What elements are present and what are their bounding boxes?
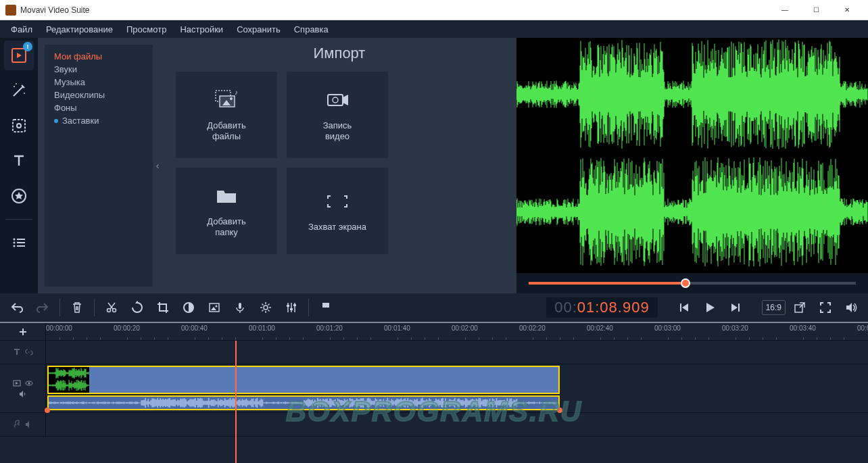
speaker-small-icon xyxy=(24,420,34,429)
video-track[interactable] xyxy=(46,364,868,412)
svg-point-25 xyxy=(113,309,116,312)
sidebar-item-my-files[interactable]: Мои файлы xyxy=(45,50,153,63)
svg-point-4 xyxy=(16,83,17,84)
svg-marker-29 xyxy=(211,307,216,310)
prev-button[interactable] xyxy=(673,296,696,319)
svg-point-6 xyxy=(17,124,21,128)
svg-marker-21 xyxy=(343,95,348,105)
import-title: Импорт xyxy=(176,45,503,62)
minimize-button[interactable]: — xyxy=(769,0,800,20)
text-track[interactable] xyxy=(46,341,868,364)
sidebar-item-sounds[interactable]: Звуки xyxy=(45,63,153,76)
sidebar-item-videoclips[interactable]: Видеоклипы xyxy=(45,89,153,101)
sidebar-item-backgrounds[interactable]: Фоны xyxy=(45,101,153,114)
svg-marker-26 xyxy=(135,301,139,303)
image-button[interactable] xyxy=(203,296,226,319)
cut-button[interactable] xyxy=(100,296,123,319)
preview-canvas[interactable] xyxy=(516,38,868,273)
rotate-button[interactable] xyxy=(126,296,149,319)
record-video-icon xyxy=(321,88,354,112)
add-folder-tile[interactable]: Добавить папку xyxy=(176,168,277,254)
video-track-head[interactable] xyxy=(0,364,46,412)
link-icon xyxy=(24,347,34,357)
svg-point-22 xyxy=(333,97,338,103)
slider-thumb-icon[interactable] xyxy=(681,278,690,288)
add-track-button[interactable] xyxy=(0,323,46,340)
svg-rect-5 xyxy=(13,120,25,132)
timecode-display: 00:01:08.909 xyxy=(546,297,657,318)
menu-view[interactable]: Просмотр xyxy=(120,22,173,37)
clip-handle-left[interactable] xyxy=(45,408,50,413)
clip-thumbnail xyxy=(49,367,89,393)
sliders-button[interactable] xyxy=(280,296,303,319)
next-button[interactable] xyxy=(724,296,747,319)
tile-label: Запись видео xyxy=(323,120,352,141)
svg-rect-28 xyxy=(210,303,219,312)
svg-marker-1 xyxy=(17,53,22,58)
sidebar-item-intros[interactable]: Заставки xyxy=(45,114,153,127)
svg-rect-20 xyxy=(328,95,343,105)
eye-icon xyxy=(24,379,34,388)
preview-slider[interactable] xyxy=(516,273,868,293)
svg-marker-47 xyxy=(20,391,23,397)
sidebar-item-music[interactable]: Музыка xyxy=(45,76,153,89)
svg-marker-42 xyxy=(846,303,852,312)
contrast-button[interactable] xyxy=(177,296,200,319)
music-track[interactable] xyxy=(46,413,868,436)
close-button[interactable]: ✕ xyxy=(831,0,863,20)
popout-button[interactable] xyxy=(788,296,811,319)
menu-edit[interactable]: Редактирование xyxy=(39,22,120,37)
svg-point-24 xyxy=(107,309,111,312)
menu-save[interactable]: Сохранить xyxy=(230,22,287,37)
audio-clip[interactable] xyxy=(47,395,560,410)
list-tool[interactable] xyxy=(4,228,34,258)
filters-tool[interactable] xyxy=(4,111,34,141)
aspect-ratio-button[interactable]: 16:9 xyxy=(762,300,786,315)
text-tool[interactable] xyxy=(4,146,34,176)
clip-handle-right[interactable] xyxy=(557,408,562,413)
screen-capture-icon xyxy=(321,189,354,214)
svg-point-9 xyxy=(14,239,16,241)
video-clip[interactable] xyxy=(47,366,560,394)
menu-file[interactable]: Файл xyxy=(4,22,39,37)
menu-settings[interactable]: Настройки xyxy=(173,22,230,37)
add-files-tile[interactable]: ♪ Добавить файлы xyxy=(176,72,277,158)
marker-button[interactable] xyxy=(314,296,337,319)
music-track-head[interactable] xyxy=(0,413,46,436)
redo-button[interactable] xyxy=(31,296,54,319)
collapse-sidepanel-button[interactable]: ‹ xyxy=(153,38,162,293)
record-video-tile[interactable]: Запись видео xyxy=(287,72,388,158)
svg-marker-40 xyxy=(731,303,738,312)
menu-help[interactable]: Справка xyxy=(287,22,335,37)
svg-marker-37 xyxy=(682,303,688,312)
delete-button[interactable] xyxy=(66,296,89,319)
text-track-head[interactable] xyxy=(0,341,46,364)
import-tool[interactable]: ! xyxy=(4,41,34,70)
svg-rect-31 xyxy=(239,303,241,309)
toolstrip: ! xyxy=(0,38,38,293)
screen-capture-tile[interactable]: Захват экрана xyxy=(287,168,388,254)
svg-point-18 xyxy=(230,97,233,100)
mic-button[interactable] xyxy=(228,296,251,319)
music-track-icon xyxy=(12,420,22,429)
magic-wand-tool[interactable] xyxy=(4,76,34,105)
svg-point-46 xyxy=(28,382,30,384)
maximize-button[interactable]: ☐ xyxy=(800,0,831,20)
add-files-icon: ♪ xyxy=(210,88,243,112)
undo-button[interactable] xyxy=(5,296,28,319)
stickers-tool[interactable] xyxy=(4,181,34,211)
svg-marker-44 xyxy=(16,382,18,385)
add-folder-icon xyxy=(210,184,243,208)
play-button[interactable] xyxy=(698,296,721,319)
crop-button[interactable] xyxy=(151,296,174,319)
svg-rect-14 xyxy=(17,245,25,247)
settings-button[interactable] xyxy=(254,296,277,319)
volume-button[interactable] xyxy=(840,296,863,319)
waveform-preview-icon xyxy=(516,38,868,273)
new-dot-icon xyxy=(54,119,58,123)
timeline-ruler[interactable]: 00:00:0000:00:2000:00:4000:01:0000:01:20… xyxy=(46,323,868,340)
fullscreen-button[interactable] xyxy=(814,296,837,319)
svg-marker-38 xyxy=(706,303,715,312)
svg-rect-10 xyxy=(17,239,25,240)
video-track-icon xyxy=(12,379,22,388)
